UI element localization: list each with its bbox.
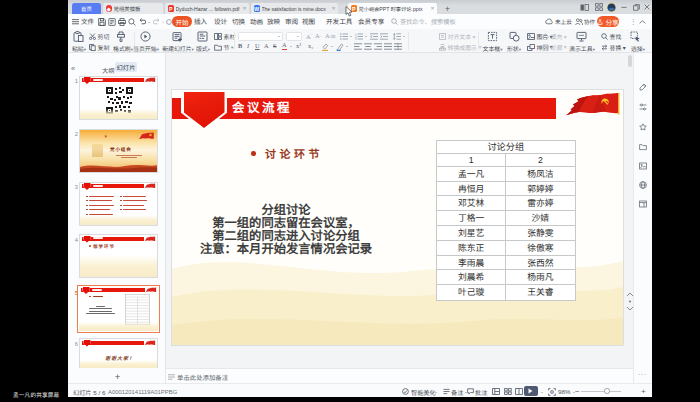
text-box-icon[interactable]: [487, 31, 498, 42]
slide-sorter-icon[interactable]: [504, 388, 512, 395]
resource-folder-icon[interactable]: [639, 143, 647, 151]
beautify-label[interactable]: 智能美化: [411, 388, 436, 397]
line-spacing-dropdown[interactable]: [403, 36, 405, 38]
font-color-button[interactable]: A: [282, 42, 287, 50]
ribbon-tab-devtools[interactable]: 开发工具: [326, 18, 352, 25]
more-sidebar-icon[interactable]: ···: [638, 371, 647, 378]
ribbon-tab-slideshow[interactable]: 放映: [267, 18, 280, 25]
notes-toggle-label[interactable]: 备注: [451, 388, 463, 397]
play-from-current-icon[interactable]: [140, 31, 151, 42]
align-center-icon[interactable]: [364, 43, 372, 50]
numbered-list-icon[interactable]: 123: [355, 33, 363, 40]
slide-thumbnail-3[interactable]: [79, 182, 158, 226]
user-avatar[interactable]: [605, 0, 617, 14]
font-family-select[interactable]: [238, 32, 283, 41]
fit-slide-icon[interactable]: [548, 388, 556, 396]
beautify-icon[interactable]: [402, 388, 409, 395]
collaborate-label[interactable]: 协作: [584, 19, 595, 26]
ribbon-tab-animation[interactable]: 动画: [250, 18, 263, 25]
new-slide-button[interactable]: 新建幻灯片▾: [162, 44, 194, 53]
reading-view-icon[interactable]: [515, 388, 523, 395]
bullet-list-icon[interactable]: [340, 33, 348, 40]
ribbon-tab-transition[interactable]: 切换: [232, 18, 245, 25]
tab-ppt-document-active[interactable]: P 党小组会PPT 时事讨论.pptx ✕: [348, 3, 437, 14]
notes-icon[interactable]: [168, 374, 175, 380]
align-justify-icon[interactable]: [384, 43, 392, 50]
fill-button[interactable]: 填充▾: [542, 32, 567, 41]
zoom-level[interactable]: 98%: [558, 388, 570, 395]
replace-button[interactable]: 替换▾: [601, 43, 626, 53]
outline-button[interactable]: 轮廓▾: [542, 43, 567, 52]
slide-editor[interactable]: 会议流程 讨论环节 分组讨论 第一组的同志留在会议室， 第二组的同志进入讨论分组…: [172, 90, 623, 345]
zoom-slider-track[interactable]: [581, 391, 621, 392]
align-left-icon[interactable]: [354, 43, 362, 50]
subscript-button[interactable]: x₂: [308, 42, 313, 49]
paste-icon[interactable]: [73, 31, 84, 42]
increase-indent-icon[interactable]: [380, 33, 388, 40]
highlight-color-icon[interactable]: [321, 43, 329, 51]
font-color-dropdown[interactable]: [290, 46, 292, 48]
section-button[interactable]: 节▾: [214, 43, 233, 52]
slide-bullet-text[interactable]: 讨论环节: [265, 145, 323, 161]
tab-close-icon[interactable]: ✕: [242, 6, 246, 11]
close-button[interactable]: [642, 0, 652, 14]
slideshow-play-button[interactable]: [524, 386, 538, 397]
ribbon-tab-home-active[interactable]: 开始: [172, 16, 192, 27]
tab-close-icon[interactable]: ✕: [430, 6, 434, 11]
favorites-icon[interactable]: [639, 123, 647, 131]
play-dropdown[interactable]: [541, 392, 543, 394]
animation-pane-icon[interactable]: [639, 103, 647, 111]
clear-format-icon[interactable]: A⌫: [325, 32, 335, 39]
slide-thumbnail-6[interactable]: 谢谢大家！: [79, 338, 158, 368]
strikethrough-button[interactable]: S: [273, 42, 277, 49]
undo-icon[interactable]: [139, 18, 146, 25]
ribbon-tab-view[interactable]: 视图: [302, 18, 315, 25]
panel-tab-slides[interactable]: 幻灯片: [115, 62, 137, 72]
highlight-dropdown[interactable]: [331, 46, 333, 48]
decrease-indent-icon[interactable]: [370, 33, 378, 40]
align-text-button[interactable]: 对齐文本▾: [439, 32, 476, 41]
collapse-panel-icon[interactable]: «: [71, 64, 75, 73]
copy-button[interactable]: 复制: [89, 43, 109, 52]
distribute-icon[interactable]: [394, 43, 402, 50]
shadow-button[interactable]: A: [264, 42, 269, 49]
share-button[interactable]: 分享: [597, 16, 619, 27]
select-icon[interactable]: [630, 31, 641, 42]
text-effects-dropdown[interactable]: [346, 46, 348, 48]
export-pdf-icon[interactable]: [108, 18, 116, 26]
underline-button[interactable]: U: [255, 42, 260, 49]
select-button[interactable]: 选择▾: [627, 44, 649, 53]
tab-word-document[interactable]: W The satisfaction is mine.docx ✕: [250, 3, 338, 14]
layout-icon[interactable]: [197, 31, 208, 42]
file-menu[interactable]: 文件: [81, 18, 94, 25]
minimize-button[interactable]: [619, 0, 629, 14]
collapse-ribbon-icon[interactable]: [639, 20, 646, 24]
side-by-side-icon[interactable]: [578, 0, 590, 14]
paste-button[interactable]: 粘贴▾: [68, 44, 90, 53]
cut-button[interactable]: 剪切: [89, 32, 109, 41]
ribbon-tab-review[interactable]: 审阅: [285, 18, 298, 25]
slide-thumbnail-1[interactable]: [79, 76, 158, 120]
bullet-list-dropdown[interactable]: [350, 36, 352, 38]
ribbon-tab-insert[interactable]: 插入: [194, 18, 207, 25]
slide-title[interactable]: 会议流程: [232, 98, 292, 119]
find-button[interactable]: 查找: [601, 32, 621, 41]
layout-button[interactable]: 版式▾: [192, 44, 214, 53]
collaborate-icon[interactable]: [575, 18, 583, 26]
print-preview-icon[interactable]: [128, 18, 136, 26]
tab-pdf-document[interactable]: P Dyduch-Hazar ... followin.pdf ✕: [164, 3, 249, 14]
tab-close-icon[interactable]: ✕: [331, 6, 335, 11]
bold-button[interactable]: B: [238, 42, 242, 49]
new-slide-icon[interactable]: [172, 31, 183, 42]
present-tools-button[interactable]: 演示工具▾: [568, 44, 596, 53]
new-tab-button[interactable]: +: [441, 3, 454, 14]
text-box-button[interactable]: 文本框▾: [480, 44, 505, 53]
redo-dropdown-icon[interactable]: [162, 22, 164, 24]
task-window-icon[interactable]: [639, 200, 647, 208]
zoom-slider-knob[interactable]: [604, 388, 610, 394]
zoom-out-button[interactable]: −: [575, 387, 580, 396]
italic-button[interactable]: I: [247, 42, 249, 49]
properties-icon[interactable]: [639, 83, 647, 91]
beautify-dropdown[interactable]: [435, 392, 437, 394]
slide-table[interactable]: 讨论分组 12 孟一凡杨凤洁 冉恒月郭婷婷 邓艾林雷亦婷 丁格一沙婧 刘星艺张静…: [436, 140, 576, 301]
